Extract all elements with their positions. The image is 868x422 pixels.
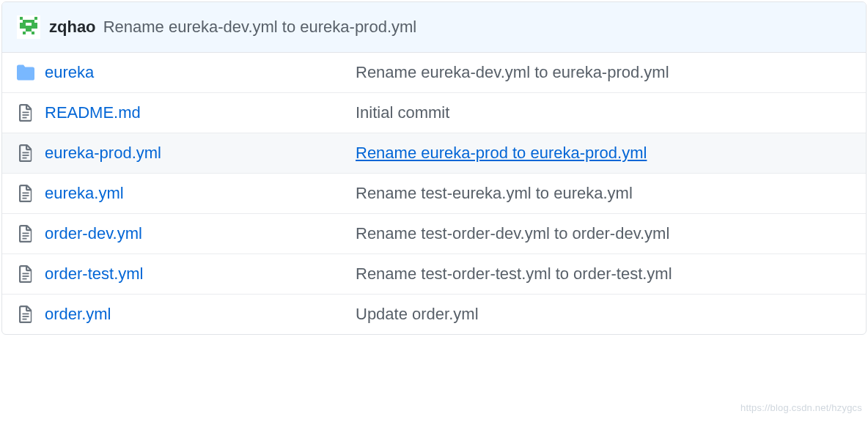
file-name-cell: order.yml bbox=[45, 305, 345, 324]
svg-rect-24 bbox=[23, 152, 29, 154]
commit-message[interactable]: Rename eureka-dev.yml to eureka-prod.yml bbox=[103, 18, 417, 36]
svg-rect-35 bbox=[23, 278, 27, 280]
svg-rect-23 bbox=[23, 117, 27, 119]
file-name-link[interactable]: order-test.yml bbox=[45, 264, 143, 283]
svg-rect-8 bbox=[23, 23, 26, 26]
file-name-cell: order-test.yml bbox=[45, 264, 345, 284]
file-name-cell: eureka bbox=[45, 63, 345, 82]
commit-message-cell: Rename eureka-prod to eureka-prod.yml bbox=[356, 144, 851, 163]
svg-rect-29 bbox=[23, 198, 27, 199]
svg-rect-12 bbox=[23, 26, 26, 29]
file-icon bbox=[17, 185, 34, 202]
svg-rect-38 bbox=[23, 319, 27, 320]
commit-author[interactable]: zqhao bbox=[49, 18, 96, 36]
svg-rect-5 bbox=[29, 20, 32, 23]
svg-rect-33 bbox=[23, 273, 29, 275]
commit-message-cell: Rename test-eureka.yml to eureka.yml bbox=[356, 184, 851, 203]
svg-rect-6 bbox=[32, 20, 34, 23]
svg-rect-36 bbox=[23, 314, 29, 315]
file-row[interactable]: order-test.ymlRename test-order-test.yml… bbox=[2, 254, 866, 295]
commit-message-link[interactable]: Rename test-eureka.yml to eureka.yml bbox=[356, 184, 633, 202]
commit-message-cell: Update order.yml bbox=[356, 305, 851, 324]
commit-message-link[interactable]: Initial commit bbox=[356, 103, 449, 122]
svg-rect-4 bbox=[26, 20, 29, 23]
file-row[interactable]: order.ymlUpdate order.yml bbox=[2, 295, 866, 334]
svg-rect-19 bbox=[23, 32, 26, 34]
file-name-cell: order-dev.yml bbox=[45, 224, 345, 243]
svg-rect-28 bbox=[23, 195, 29, 196]
watermark: https://blog.csdn.net/hzygcs bbox=[740, 402, 862, 413]
file-row[interactable]: eureka.ymlRename test-eureka.yml to eure… bbox=[2, 174, 866, 214]
avatar[interactable] bbox=[17, 15, 40, 39]
svg-rect-13 bbox=[26, 26, 29, 29]
file-name-link[interactable]: order-dev.yml bbox=[45, 224, 142, 243]
svg-rect-31 bbox=[23, 235, 29, 237]
svg-rect-25 bbox=[23, 155, 29, 156]
svg-rect-30 bbox=[23, 233, 29, 234]
svg-rect-34 bbox=[23, 275, 29, 277]
svg-rect-17 bbox=[26, 29, 29, 32]
file-icon bbox=[17, 265, 34, 283]
svg-rect-3 bbox=[23, 20, 26, 23]
svg-rect-20 bbox=[32, 32, 34, 34]
commit-message-cell: Rename eureka-dev.yml to eureka-prod.yml bbox=[356, 63, 851, 82]
svg-rect-18 bbox=[29, 29, 32, 32]
svg-rect-11 bbox=[20, 26, 23, 29]
commit-header-text: zqhao Rename eureka-dev.yml to eureka-pr… bbox=[49, 18, 416, 37]
svg-rect-32 bbox=[23, 238, 27, 240]
file-row[interactable]: eurekaRename eureka-dev.yml to eureka-pr… bbox=[2, 53, 866, 93]
file-name-link[interactable]: eureka bbox=[45, 63, 94, 81]
svg-rect-26 bbox=[23, 158, 27, 159]
file-name-link[interactable]: eureka.yml bbox=[45, 184, 124, 202]
file-list-container: zqhao Rename eureka-dev.yml to eureka-pr… bbox=[1, 1, 867, 335]
file-name-link[interactable]: eureka-prod.yml bbox=[45, 144, 161, 162]
commit-message-link[interactable]: Rename eureka-dev.yml to eureka-prod.yml bbox=[356, 63, 669, 81]
commit-message-link[interactable]: Rename test-order-dev.yml to order-dev.y… bbox=[356, 224, 669, 243]
file-name-cell: eureka.yml bbox=[45, 184, 345, 203]
svg-rect-21 bbox=[23, 112, 29, 114]
commit-message-cell: Rename test-order-dev.yml to order-dev.y… bbox=[356, 224, 851, 243]
svg-rect-9 bbox=[32, 23, 34, 26]
file-row[interactable]: eureka-prod.ymlRename eureka-prod to eur… bbox=[2, 133, 866, 174]
commit-message-cell: Rename test-order-test.yml to order-test… bbox=[356, 264, 851, 284]
svg-rect-2 bbox=[34, 17, 37, 20]
folder-icon bbox=[17, 64, 34, 81]
file-icon bbox=[17, 104, 34, 122]
svg-rect-22 bbox=[23, 114, 29, 116]
svg-rect-7 bbox=[20, 23, 23, 26]
svg-rect-15 bbox=[32, 26, 34, 29]
commit-message-link[interactable]: Rename test-order-test.yml to order-test… bbox=[356, 264, 672, 283]
file-icon bbox=[17, 225, 34, 243]
commit-message-cell: Initial commit bbox=[356, 103, 851, 122]
svg-rect-10 bbox=[34, 23, 37, 26]
file-name-cell: README.md bbox=[45, 103, 345, 122]
file-row[interactable]: order-dev.ymlRename test-order-dev.yml t… bbox=[2, 214, 866, 254]
svg-rect-16 bbox=[34, 26, 37, 29]
commit-message-link[interactable]: Update order.yml bbox=[356, 305, 479, 323]
svg-rect-14 bbox=[29, 26, 32, 29]
commit-message-link[interactable]: Rename eureka-prod to eureka-prod.yml bbox=[356, 144, 647, 162]
svg-rect-1 bbox=[20, 17, 23, 20]
svg-rect-37 bbox=[23, 316, 29, 317]
file-name-link[interactable]: README.md bbox=[45, 103, 141, 122]
file-icon bbox=[17, 144, 34, 162]
file-name-link[interactable]: order.yml bbox=[45, 305, 111, 323]
commit-header: zqhao Rename eureka-dev.yml to eureka-pr… bbox=[2, 2, 866, 53]
file-row[interactable]: README.mdInitial commit bbox=[2, 93, 866, 133]
file-name-cell: eureka-prod.yml bbox=[45, 144, 345, 163]
svg-rect-27 bbox=[23, 193, 29, 194]
file-icon bbox=[17, 306, 34, 323]
